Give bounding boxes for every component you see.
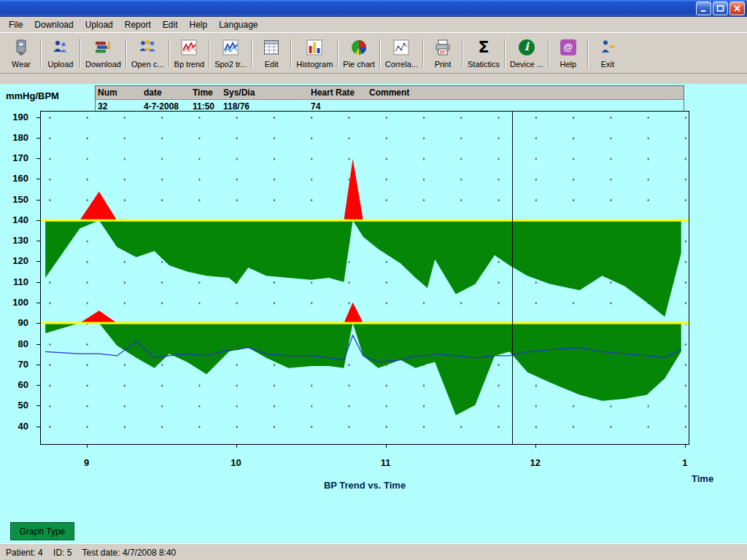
toolbar-label: Device ... <box>510 60 543 69</box>
toolbar-label: Spo2 tr... <box>214 60 247 69</box>
y-axis-tick <box>36 241 40 241</box>
plot-area[interactable] <box>40 111 689 445</box>
toolbar-download-button[interactable]: Download <box>82 35 125 71</box>
toolbar-separator <box>209 39 210 68</box>
toolbar-spo2-trend-button[interactable]: Spo2 tr... <box>211 35 250 71</box>
toolbar-separator <box>80 39 81 68</box>
upload-icon <box>51 36 70 58</box>
graph-type-button[interactable]: Graph Type <box>10 522 74 540</box>
maximize-icon <box>716 4 724 12</box>
application-window: File Download Upload Report Edit Help La… <box>0 0 747 560</box>
toolbar-separator <box>251 39 252 68</box>
toolbar-label: Wear <box>12 60 31 69</box>
toolbar-histogram-button[interactable]: Histogram <box>293 35 336 71</box>
y-axis-label: 50 <box>0 400 34 411</box>
minimize-icon <box>700 4 708 12</box>
col-header-heart-rate: Heart Rate <box>309 86 367 99</box>
pie-chart-icon <box>349 36 368 58</box>
col-header-sys-dia: Sys/Dia <box>221 86 309 99</box>
cell-date: 4-7-2008 <box>142 100 190 112</box>
edit-icon <box>262 36 281 58</box>
x-axis-label: 1 <box>670 457 700 468</box>
y-axis-label: 180 <box>0 132 34 143</box>
toolbar-device-button[interactable]: i Device ... <box>506 35 547 71</box>
y-axis-label: 70 <box>0 359 34 370</box>
y-axis-tick <box>36 303 40 303</box>
toolbar-edit-button[interactable]: Edit <box>253 35 290 71</box>
cell-time: 11:50 <box>190 100 221 112</box>
toolbar-correlation-button[interactable]: Correla... <box>382 35 422 71</box>
toolbar-separator <box>169 39 170 68</box>
toolbar-upload-button[interactable]: Upload <box>42 35 79 71</box>
close-button[interactable] <box>729 1 745 15</box>
y-axis-tick <box>36 282 40 283</box>
y-axis-label: 40 <box>0 421 34 432</box>
wear-icon <box>12 36 31 58</box>
y-axis-tick <box>36 405 40 406</box>
x-axis-label: 9 <box>72 457 101 468</box>
main-client-area: mmHg/BPM Num date Time Sys/Dia Heart Rat… <box>0 74 747 543</box>
toolbar-separator <box>462 39 463 68</box>
at-glyph: @ <box>560 39 576 55</box>
statistics-icon: Σ <box>478 36 489 58</box>
toolbar-separator <box>379 39 381 68</box>
cell-sys-dia: 118/76 <box>221 100 309 112</box>
x-axis-label: 11 <box>371 457 400 468</box>
toolbar-label: Print <box>435 60 452 69</box>
cell-comment <box>367 100 684 112</box>
menu-report[interactable]: Report <box>119 18 157 32</box>
toolbar-wear-button[interactable]: Wear <box>3 35 39 71</box>
menu-upload[interactable]: Upload <box>80 18 119 32</box>
spo2-trend-icon <box>221 36 240 58</box>
y-axis-label: 90 <box>0 317 34 328</box>
y-axis-tick <box>36 200 40 201</box>
correlation-icon <box>392 36 411 58</box>
col-header-time: Time <box>190 86 221 99</box>
y-axis-tick <box>36 385 40 386</box>
toolbar-label: Correla... <box>385 60 418 69</box>
menu-edit[interactable]: Edit <box>157 18 184 32</box>
toolbar-statistics-button[interactable]: Σ Statictics <box>464 35 503 71</box>
bp-trend-chart <box>41 112 689 444</box>
record-table[interactable]: Num date Time Sys/Dia Heart Rate Comment… <box>95 85 684 112</box>
x-axis-tick <box>87 445 88 448</box>
toolbar-open-case-button[interactable]: Open c... <box>128 35 168 71</box>
toolbar-label: Pie chart <box>343 60 374 69</box>
toolbar-separator <box>548 39 549 68</box>
chart-panel: mmHg/BPM Num date Time Sys/Dia Heart Rat… <box>0 84 747 543</box>
toolbar-separator <box>587 39 589 68</box>
y-axis-label: 160 <box>0 173 34 184</box>
menu-bar: File Download Upload Report Edit Help La… <box>0 17 747 32</box>
toolbar-bp-trend-button[interactable]: Bp trend <box>171 35 209 71</box>
toolbar-separator <box>125 39 127 68</box>
menu-help[interactable]: Help <box>183 18 213 32</box>
y-axis-tick <box>36 323 40 324</box>
y-axis-label: 120 <box>0 255 34 266</box>
table-row[interactable]: 32 4-7-2008 11:50 118/76 74 <box>96 100 684 112</box>
toolbar-pie-chart-button[interactable]: Pie chart <box>339 35 378 71</box>
y-axis-label: 190 <box>0 112 34 122</box>
info-glyph: i <box>519 39 535 55</box>
col-header-num: Num <box>96 86 142 99</box>
toolbar-label: Bp trend <box>174 60 205 69</box>
menu-language[interactable]: Language <box>213 18 263 32</box>
y-axis-label: 110 <box>0 276 34 287</box>
y-axis-label: 80 <box>0 338 34 349</box>
menu-file[interactable]: File <box>3 18 28 32</box>
status-test-date: Test date: 4/7/2008 8:40 <box>82 548 177 558</box>
minimize-button[interactable] <box>696 1 711 15</box>
toolbar-label: Upload <box>48 60 74 69</box>
y-axis-tick <box>36 365 40 365</box>
status-bar: Patient: 4 ID: 5 Test date: 4/7/2008 8:4… <box>0 543 747 560</box>
y-axis-label: 130 <box>0 235 34 246</box>
maximize-button[interactable] <box>713 1 728 15</box>
toolbar-help-button[interactable]: @ Help <box>550 35 587 71</box>
toolbar-label: Histogram <box>296 60 333 69</box>
y-axis-label: 170 <box>0 152 34 163</box>
toolbar-print-button[interactable]: Print <box>425 35 461 71</box>
menu-download[interactable]: Download <box>28 18 79 32</box>
title-bar[interactable] <box>0 0 747 17</box>
y-axis-tick <box>36 117 40 118</box>
toolbar-exit-button[interactable]: Exit <box>589 35 626 71</box>
chart-title: BP Trend vs. Time <box>40 480 689 491</box>
